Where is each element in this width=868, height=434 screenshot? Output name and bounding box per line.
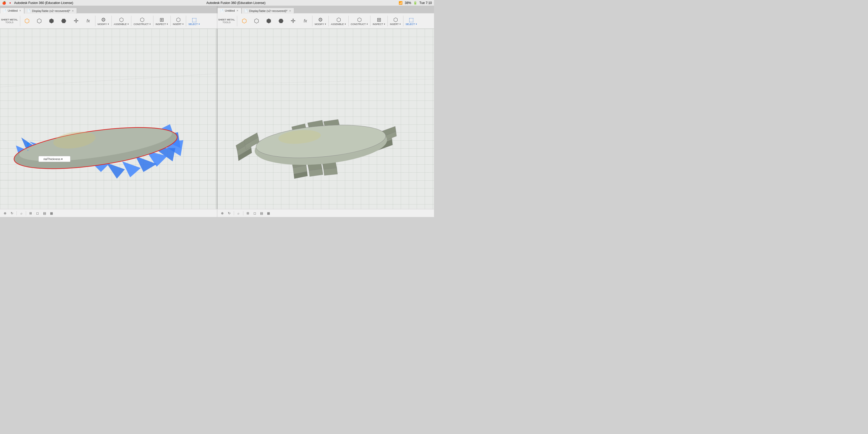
sketch-btn-right[interactable]: ⬢	[263, 15, 274, 27]
viewport-right[interactable]	[217, 29, 434, 209]
svg-marker-11	[106, 163, 125, 179]
inspect-label-left: INSPECT ▼	[156, 23, 168, 26]
assemble-icon-left: ⬡	[119, 17, 124, 23]
tab-displaytable-left[interactable]: 📄 DisplayTable (v2~recovered)* ✕	[24, 8, 77, 13]
select-btn-left[interactable]: ⬚ SELECT ▼	[187, 16, 201, 26]
tab-displaytable-right[interactable]: 📄 DisplayTable (v2~recovered)* ✕	[242, 8, 294, 13]
modify-btn-left[interactable]: ⚙ MODIFY ▼	[96, 16, 111, 26]
orbit-btn-right[interactable]: ↻	[226, 210, 232, 216]
tab-untitled-right[interactable]: 📄 Untitled ✕	[217, 8, 242, 13]
tab-label-displaytable-left: DisplayTable (v2~recovered)*	[32, 9, 70, 12]
modify-icon-left: ⚙	[101, 17, 106, 23]
toolbar-right: SHEET METAL TOOLS ⬡ ⬡ ⬢ ⬣ ✛ fx ⚙ MODIFY …	[217, 13, 434, 28]
display-btn-right[interactable]: ◻	[252, 210, 258, 216]
tab-close-left-1[interactable]: ✕	[19, 9, 21, 12]
surface-btn-left[interactable]: ⬣	[58, 15, 70, 27]
tools-label-left: TOOLS	[5, 21, 13, 24]
create-btn-right[interactable]: ⬡	[250, 15, 262, 27]
menubar-center: Autodesk Fusion 360 (Education License)	[206, 1, 266, 5]
clock: Tue 7:10	[420, 1, 432, 5]
apple-icon[interactable]: 🍎	[2, 1, 6, 5]
move-icon-right: ✛	[291, 18, 296, 24]
tab-label-untitled-right: Untitled	[225, 9, 235, 12]
select-label-left: SELECT ▼	[188, 23, 200, 26]
fit-btn-right[interactable]: ⌕	[236, 210, 242, 216]
sep-5-right	[388, 16, 388, 26]
inspect-btn-left[interactable]: ⊞ INSPECT ▼	[155, 16, 169, 26]
wifi-icon: 📶	[399, 1, 403, 5]
construct-arrow-left: ▼	[149, 23, 151, 25]
fit-btn-left[interactable]: ⌕	[18, 210, 24, 216]
inspect-icon-right: ⊞	[377, 17, 381, 23]
solid-btn-right[interactable]: ⬡	[238, 15, 250, 27]
tab-close-left-2[interactable]: ✕	[72, 9, 74, 12]
formula-btn-right[interactable]: fx	[300, 15, 311, 27]
insert-arrow-left: ▼	[182, 23, 184, 25]
grid-btn-left[interactable]: ⊕	[2, 210, 8, 216]
surface-btn-right[interactable]: ⬣	[275, 15, 287, 27]
surface-icon-right: ⬣	[278, 18, 283, 24]
solid-btn-left[interactable]: ⬡	[21, 15, 33, 27]
viewport-left[interactable]: ⬆ + rialThickness ▾	[0, 29, 217, 209]
assemble-btn-left[interactable]: ⬡ ASSEMBLE ▼	[113, 16, 130, 26]
material-btn-left[interactable]: ▤	[41, 210, 47, 216]
construct-icon-right: ⬡	[357, 17, 362, 23]
env-btn-right[interactable]: ▦	[266, 210, 272, 216]
sketch-btn-left[interactable]: ⬢	[46, 15, 57, 27]
orbit-btn-left[interactable]: ↻	[9, 210, 15, 216]
display-btn-left[interactable]: ◻	[35, 210, 40, 216]
create-btn-left[interactable]: ⬡	[33, 15, 45, 27]
inspect-arrow-left: ▼	[166, 23, 168, 25]
sep-3-right	[348, 16, 349, 26]
env-btn-left[interactable]: ▦	[49, 210, 54, 216]
select-arrow-right: ▼	[415, 23, 417, 25]
bottom-sep-1-right	[234, 211, 234, 215]
assemble-arrow-right: ▼	[344, 23, 346, 25]
insert-icon-right: ⬡	[393, 17, 398, 23]
bottom-toolbar-right: ⊕ ↻ ⌕ ⊞ ◻ ▤ ▦	[217, 209, 434, 217]
sep-0-right	[237, 16, 237, 26]
bottom-sep-2-right	[243, 211, 243, 215]
solid-icon-right: ⬡	[242, 18, 247, 24]
insert-btn-left[interactable]: ⬡ INSERT ▼	[172, 16, 185, 26]
select-icon-right: ⬚	[409, 17, 414, 23]
inspect-label-right: INSPECT ▼	[373, 23, 385, 26]
view-btn-right[interactable]: ⊞	[245, 210, 251, 216]
bottom-sep-1-left	[17, 211, 17, 215]
tab-close-right-2[interactable]: ✕	[289, 9, 291, 12]
solid-icon-left: ⬡	[25, 18, 30, 24]
insert-label-right: INSERT ▼	[390, 23, 401, 26]
sketch-icon-left: ⬢	[49, 18, 54, 24]
tab-untitled-left[interactable]: 📄 Untitled ✕	[0, 8, 24, 13]
sep-6-right	[403, 16, 403, 26]
modify-arrow-right: ▼	[324, 23, 326, 25]
scene-right	[217, 29, 434, 209]
construct-btn-left[interactable]: ⬡ CONSTRUCT ▼	[132, 16, 152, 26]
tab-icon-left-2: 📄	[27, 9, 30, 12]
move-btn-right[interactable]: ✛	[287, 15, 299, 27]
tools-label-right: TOOLS	[223, 21, 230, 24]
bottom-toolbar-left: ⊕ ↻ ⌕ ⊞ ◻ ▤ ▦	[0, 209, 217, 217]
grid-btn-right[interactable]: ⊕	[219, 210, 225, 216]
select-btn-right[interactable]: ⬚ SELECT ▼	[404, 16, 418, 26]
insert-btn-right[interactable]: ⬡ INSERT ▼	[389, 16, 402, 26]
material-btn-right[interactable]: ▤	[259, 210, 265, 216]
view-btn-left[interactable]: ⊞	[28, 210, 33, 216]
app-title-right: Autodesk Fusion 360 (Education License)	[206, 1, 266, 5]
move-btn-left[interactable]: ✛	[70, 15, 82, 27]
tab-icon-right-1: 📄	[220, 9, 223, 12]
assemble-btn-right[interactable]: ⬡ ASSEMBLE ▼	[330, 16, 347, 26]
svg-marker-37	[323, 168, 338, 176]
assemble-label-left: ASSEMBLE ▼	[114, 23, 129, 26]
menubar-left: 🍎 ● Autodesk Fusion 360 (Education Licen…	[2, 1, 73, 5]
construct-btn-right[interactable]: ⬡ CONSTRUCT ▼	[350, 16, 369, 26]
surface-icon-left: ⬣	[61, 18, 66, 24]
sketch-icon-right: ⬢	[266, 18, 271, 24]
tab-close-right-1[interactable]: ✕	[237, 9, 239, 12]
formula-btn-left[interactable]: fx	[83, 15, 94, 27]
window-tabs-row: 📄 Untitled ✕ 📄 DisplayTable (v2~recovere…	[0, 6, 434, 13]
viewport-row: ⬆ + rialThickness ▾	[0, 29, 434, 209]
left-window-tabs: 📄 Untitled ✕ 📄 DisplayTable (v2~recovere…	[0, 6, 217, 13]
modify-btn-right[interactable]: ⚙ MODIFY ▼	[313, 16, 328, 26]
inspect-btn-right[interactable]: ⊞ INSPECT ▼	[372, 16, 386, 26]
